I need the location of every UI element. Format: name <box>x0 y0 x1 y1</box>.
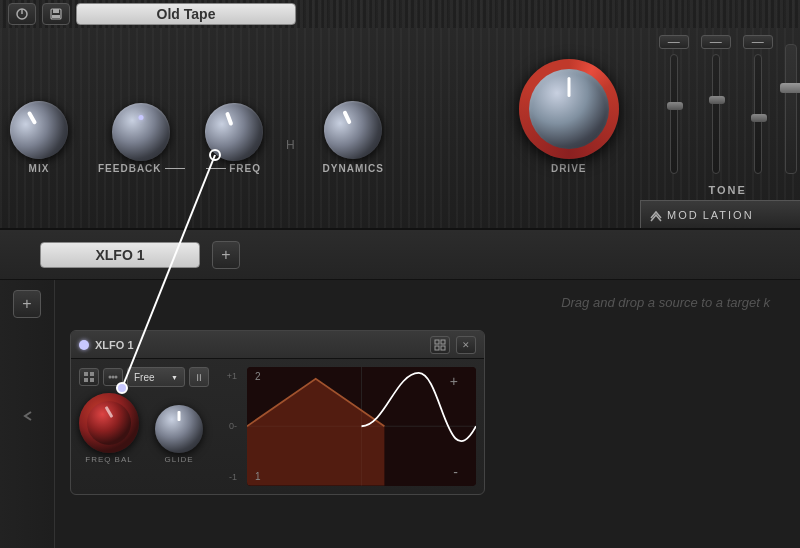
h-icon-area: H <box>283 134 303 154</box>
freq-label: FREQ <box>229 163 261 174</box>
fader-3-minus[interactable]: — <box>743 35 773 49</box>
power-button[interactable] <box>8 3 36 25</box>
waveform-display: 2 1 + - <box>247 367 476 486</box>
xlfo-snap-button[interactable] <box>430 336 450 354</box>
drive-knob-outer[interactable] <box>519 59 619 159</box>
free-label: Free <box>134 372 155 383</box>
dynamics-knob[interactable] <box>315 91 392 168</box>
knobs-area: MIX FEEDBACK FREQ H <box>10 35 790 214</box>
waveform-plus-btn[interactable]: + <box>450 373 458 389</box>
master-fader-track <box>785 44 797 174</box>
svg-rect-8 <box>435 346 439 350</box>
scale-plus1: +1 <box>219 371 237 381</box>
svg-point-14 <box>109 376 112 379</box>
card-freq-label: FREQ <box>85 455 111 464</box>
svg-rect-10 <box>84 372 88 376</box>
card-knobs-row: FREQ BAL GLIDE <box>79 393 209 464</box>
save-button[interactable] <box>42 3 70 25</box>
save-icon <box>49 7 63 21</box>
feedback-knob-dot <box>139 115 144 120</box>
feedback-knob[interactable] <box>112 103 170 161</box>
fader-1-thumb[interactable] <box>667 102 683 110</box>
card-freq-knob[interactable] <box>79 393 139 453</box>
xlfo-card-body: Free ▼ ⏸ <box>71 359 484 494</box>
left-panel: + <box>0 280 55 548</box>
svg-rect-12 <box>84 378 88 382</box>
svg-rect-9 <box>441 346 445 350</box>
left-arrow-icon[interactable] <box>19 408 35 424</box>
fader-1-track <box>670 54 678 174</box>
waveform-num-top: 2 <box>255 371 261 382</box>
svg-point-16 <box>115 376 118 379</box>
card-glide-knob[interactable] <box>155 405 203 453</box>
grid-small-icon <box>84 372 94 382</box>
dynamics-knob-indicator <box>343 110 353 124</box>
free-select[interactable]: Free ▼ <box>127 367 185 387</box>
waveform-num-bot: 1 <box>255 471 261 482</box>
grid-icon <box>434 339 446 351</box>
freq-label-row: FREQ <box>206 163 261 174</box>
fader-2-group: — <box>701 35 731 174</box>
tone-section: TONE — — — <box>659 35 797 174</box>
dynamics-knob-group: DYNAMICS <box>323 101 384 174</box>
top-section: Old Tape MIX FEEDBACK <box>0 0 800 230</box>
xlfo-close-button[interactable]: ✕ <box>456 336 476 354</box>
dropdown-arrow: ▼ <box>171 374 178 381</box>
dots-icon <box>108 372 118 382</box>
svg-text:H: H <box>286 138 295 152</box>
drive-knob-group: DRIVE <box>519 59 619 174</box>
scale-minus1: -1 <box>219 472 237 482</box>
hint-text: Drag and drop a source to a target k <box>561 295 770 310</box>
svg-rect-3 <box>53 9 59 13</box>
card-bal-label: BAL <box>115 455 133 464</box>
mix-label: MIX <box>29 163 50 174</box>
master-fader-thumb[interactable] <box>780 83 800 93</box>
mix-knob[interactable] <box>0 90 79 169</box>
freq-knob[interactable] <box>196 95 270 169</box>
xlfo-bar: XLFO 1 + <box>0 230 800 280</box>
card-left-controls: Free ▼ ⏸ <box>79 367 209 486</box>
card-glide-knob-group: GLIDE <box>155 405 203 464</box>
waveform-scale: +1 0- -1 <box>219 367 237 486</box>
drive-knob-inner <box>529 69 609 149</box>
chevron-up-icon <box>649 208 663 222</box>
card-controls-top-row: Free ▼ ⏸ <box>79 367 209 387</box>
mod-bar[interactable]: MOD LATION <box>640 200 800 228</box>
xlfo-card-dot <box>79 340 89 350</box>
dynamics-label: DYNAMICS <box>323 163 384 174</box>
card-glide-label: GLIDE <box>164 455 193 464</box>
fader-2-minus[interactable]: — <box>701 35 731 49</box>
lation-label: LATION <box>703 209 754 221</box>
main-content: Drag and drop a source to a target k XLF… <box>55 280 800 548</box>
xlfo-card-header: XLFO 1 ✕ <box>71 331 484 359</box>
xlfo-bar-add-button[interactable]: + <box>212 241 240 269</box>
xlfo-bar-label[interactable]: XLFO 1 <box>40 242 200 268</box>
master-fader-group <box>785 44 797 174</box>
feedback-knob-group: FEEDBACK <box>98 103 185 174</box>
freq-knob-group: FREQ <box>205 103 263 174</box>
drive-label: DRIVE <box>551 163 587 174</box>
svg-rect-6 <box>435 340 439 344</box>
fader-2-track <box>712 54 720 174</box>
pause-button[interactable]: ⏸ <box>189 367 209 387</box>
fader-3-thumb[interactable] <box>751 114 767 122</box>
feedback-label-row: FEEDBACK <box>98 163 185 174</box>
freq-knob-indicator <box>225 112 234 127</box>
faders-row: — — — <box>659 35 797 174</box>
svg-rect-13 <box>90 378 94 382</box>
waveform-minus-btn[interactable]: - <box>453 464 458 480</box>
svg-rect-11 <box>90 372 94 376</box>
waveform-svg <box>247 367 476 486</box>
fader-1-minus[interactable]: — <box>659 35 689 49</box>
mod-label: MOD <box>667 209 699 221</box>
scale-zero: 0- <box>219 421 237 431</box>
fader-2-thumb[interactable] <box>709 96 725 104</box>
card-icon-btn-1[interactable] <box>79 368 99 386</box>
card-freq-knob-inner <box>87 401 131 445</box>
preset-name[interactable]: Old Tape <box>76 3 296 25</box>
pause-icon: ⏸ <box>194 372 204 383</box>
fader-3-track <box>754 54 762 174</box>
left-add-button[interactable]: + <box>13 290 41 318</box>
card-icon-btn-2[interactable] <box>103 368 123 386</box>
mix-knob-indicator <box>27 111 37 125</box>
